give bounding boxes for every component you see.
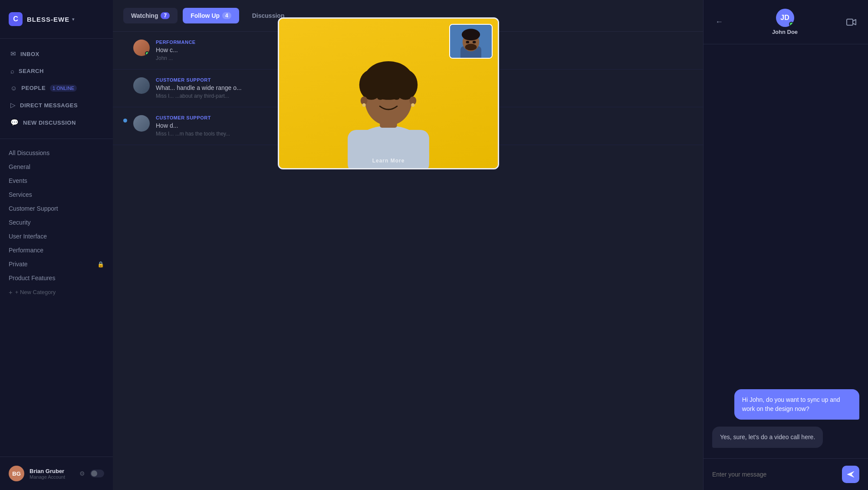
tab-follow-up[interactable]: Follow Up 4: [183, 8, 239, 23]
new-category-button[interactable]: + + New Category: [9, 285, 104, 299]
category-label: Performance: [9, 247, 43, 254]
svg-point-14: [362, 103, 366, 107]
pip-person-svg: [450, 24, 492, 59]
sidebar: C BLESS-EWE ▾ ✉ INBOX ⌕ SEARCH ☺ PEOPLE …: [0, 0, 113, 490]
svg-point-15: [411, 103, 414, 107]
svg-point-11: [394, 96, 400, 100]
user-info: Brian Gruber Manage Account: [30, 468, 74, 480]
tab-watching-count: 7: [161, 12, 170, 19]
sidebar-item-new-disc-label: NEW DISCUSSION: [23, 119, 76, 126]
logo-icon: C: [9, 12, 23, 26]
category-label: Security: [9, 219, 31, 226]
category-security[interactable]: Security: [9, 215, 104, 229]
contact-name: John Doe: [772, 29, 798, 35]
user-name: Brian Gruber: [30, 468, 74, 474]
chat-bubble-received: Yes, sure, let's do a video call here.: [712, 427, 823, 448]
avatar: [133, 77, 150, 94]
plus-icon: +: [9, 288, 13, 296]
send-icon: [847, 471, 855, 478]
contact-online-dot: [789, 22, 794, 26]
sidebar-item-new-discussion[interactable]: 💬 NEW DISCUSSION: [5, 114, 108, 131]
sidebar-item-people[interactable]: ☺ PEOPLE 1 ONLINE: [5, 80, 108, 96]
chat-input-area: [704, 458, 868, 490]
category-user-interface[interactable]: User Interface: [9, 229, 104, 243]
svg-point-9: [375, 65, 401, 83]
category-label: All Discussions: [9, 149, 49, 156]
lock-icon: 🔒: [97, 261, 104, 268]
category-label: Customer Support: [9, 205, 58, 212]
svg-point-20: [466, 41, 469, 43]
search-icon: ⌕: [10, 67, 14, 75]
right-panel: ← JD John Doe Hi John, do you want to sy…: [703, 0, 868, 490]
category-services[interactable]: Services: [9, 188, 104, 202]
category-label: User Interface: [9, 233, 47, 240]
send-button[interactable]: [842, 466, 859, 483]
new-category-label: + New Category: [15, 289, 56, 295]
category-product-features[interactable]: Product Features: [9, 271, 104, 285]
online-toggle[interactable]: [90, 470, 104, 477]
unread-dot: [123, 81, 127, 85]
unread-dot: [123, 43, 127, 47]
sidebar-item-inbox-label: INBOX: [20, 51, 39, 57]
chat-bubble-sent: Hi John, do you want to sync up and work…: [734, 389, 859, 420]
chat-input[interactable]: [712, 471, 837, 478]
svg-point-21: [473, 41, 476, 43]
contact-avatar-initials: JD: [780, 14, 789, 22]
settings-icon[interactable]: ⚙: [79, 470, 85, 477]
category-label: Services: [9, 191, 32, 198]
category-performance[interactable]: Performance: [9, 243, 104, 257]
category-label: General: [9, 163, 30, 170]
tab-follow-up-label: Follow Up: [191, 12, 220, 19]
video-call-overlay: Learn More: [278, 17, 499, 169]
sidebar-item-search-label: SEARCH: [19, 68, 44, 74]
sidebar-item-direct-messages[interactable]: ▷ DIRECT MESSAGES: [5, 97, 108, 113]
category-label: Private: [9, 261, 28, 268]
sidebar-item-people-label: PEOPLE: [21, 85, 46, 91]
video-call-button[interactable]: [844, 14, 859, 30]
people-icon: ☺: [10, 84, 17, 92]
svg-point-22: [465, 44, 477, 50]
chat-header: ← JD John Doe: [704, 0, 868, 44]
main-content: Watching 7 Follow Up 4 Discussion PERFOR…: [113, 0, 703, 490]
tab-watching-label: Watching: [131, 12, 158, 19]
category-label: Events: [9, 177, 27, 184]
category-private[interactable]: Private 🔒: [9, 257, 104, 271]
sidebar-item-dm-label: DIRECT MESSAGES: [20, 102, 78, 109]
people-online-badge: 1 ONLINE: [50, 85, 77, 92]
unread-dot: [123, 119, 127, 122]
category-label: Product Features: [9, 275, 55, 281]
contact-avatar: JD: [776, 9, 794, 27]
inbox-icon: ✉: [10, 50, 16, 58]
categories-list: All Discussions General Events Services …: [0, 139, 113, 457]
svg-rect-23: [847, 19, 853, 25]
sidebar-nav: ✉ INBOX ⌕ SEARCH ☺ PEOPLE 1 ONLINE ▷ DIR…: [0, 39, 113, 139]
user-role: Manage Account: [30, 474, 74, 480]
chat-messages: Hi John, do you want to sync up and work…: [704, 44, 868, 458]
chat-contact-profile: JD John Doe: [731, 9, 838, 35]
video-pip-feed: [449, 24, 493, 59]
online-indicator: [145, 51, 149, 56]
direct-messages-icon: ▷: [10, 101, 16, 109]
sidebar-item-inbox[interactable]: ✉ INBOX: [5, 46, 108, 62]
sidebar-header: C BLESS-EWE ▾: [0, 0, 113, 39]
category-general[interactable]: General: [9, 160, 104, 174]
svg-point-19: [462, 29, 480, 40]
avatar: [133, 115, 150, 132]
learn-more-label[interactable]: Learn More: [372, 158, 405, 164]
new-discussion-icon: 💬: [10, 119, 19, 126]
tab-watching[interactable]: Watching 7: [123, 8, 178, 23]
category-events[interactable]: Events: [9, 174, 104, 188]
sidebar-footer: BG Brian Gruber Manage Account ⚙: [0, 457, 113, 490]
tab-follow-up-count: 4: [222, 12, 231, 19]
sidebar-item-search[interactable]: ⌕ SEARCH: [5, 63, 108, 79]
avatar: [133, 40, 150, 56]
category-customer-support[interactable]: Customer Support: [9, 202, 104, 215]
back-button[interactable]: ←: [712, 15, 726, 29]
svg-point-10: [377, 96, 383, 100]
chevron-down-icon[interactable]: ▾: [72, 17, 75, 22]
category-all-discussions[interactable]: All Discussions: [9, 146, 104, 160]
brand-name: BLESS-EWE: [27, 16, 69, 23]
user-avatar: BG: [9, 466, 24, 481]
video-icon: [846, 18, 857, 26]
